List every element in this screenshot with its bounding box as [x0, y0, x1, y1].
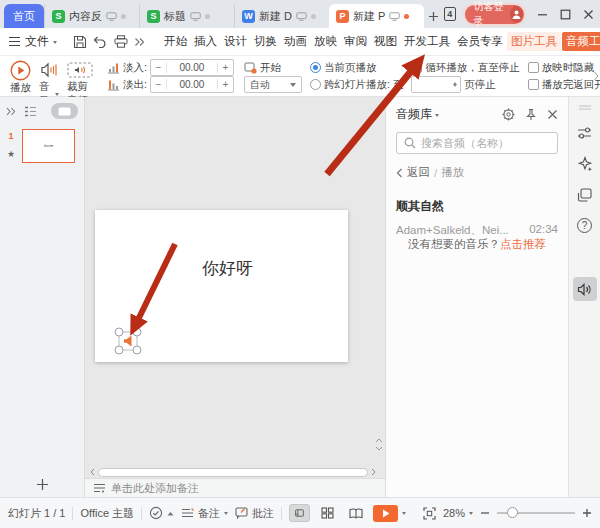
song-item[interactable]: 顺其自然 Adam+Salkeld、Nei... 02:34	[386, 186, 568, 238]
expand-panel-icon[interactable]	[6, 107, 16, 116]
slide-1-thumbnail[interactable]: 你好呀	[22, 129, 75, 163]
menu-item-audio-tools[interactable]: 音频工具	[562, 32, 600, 51]
checkbox-icon[interactable]	[528, 62, 539, 73]
audio-search-box[interactable]	[396, 132, 558, 154]
loop-playback-option[interactable]: 循环播放，直至停止	[411, 59, 520, 76]
audio-panel-toggle-active[interactable]	[573, 277, 597, 301]
duplicate-icon[interactable]	[577, 188, 592, 202]
caret-up-icon	[167, 511, 174, 516]
zoom-in-button[interactable]	[582, 508, 592, 518]
tab-home[interactable]: 首页	[4, 4, 44, 28]
guest-login-button[interactable]: 访客登录	[465, 5, 524, 24]
slide-canvas[interactable]: 你好呀	[85, 97, 385, 497]
close-panel-icon[interactable]	[547, 109, 558, 120]
help-icon[interactable]: ?	[577, 218, 592, 233]
checkbox-icon[interactable]	[411, 62, 422, 73]
increment-button[interactable]: +	[218, 62, 233, 73]
tab-doc-4-active[interactable]: P 新建 P	[329, 4, 424, 28]
outline-view-icon[interactable]	[24, 106, 37, 117]
panel-collapse-chevron[interactable]	[593, 56, 599, 96]
chevron-down-icon[interactable]	[435, 114, 439, 119]
zoom-level-button[interactable]: 28%	[443, 507, 473, 519]
back-icon[interactable]	[396, 168, 403, 178]
reading-view-button[interactable]	[345, 504, 366, 522]
radio-current-page[interactable]: 当前页播放	[310, 59, 403, 76]
play-audio-button[interactable]: 播放	[6, 58, 35, 94]
menu-item-animation[interactable]: 动画	[281, 32, 310, 51]
gear-icon[interactable]	[502, 108, 515, 121]
scrollbar-thumb[interactable]	[98, 468, 368, 477]
decrement-button[interactable]: −	[151, 62, 166, 73]
fade-in-value[interactable]: 00.00	[166, 62, 218, 73]
recommend-link[interactable]: 点击推荐	[500, 238, 546, 250]
close-button[interactable]	[583, 9, 594, 20]
menu-item-insert[interactable]: 插入	[191, 32, 220, 51]
menu-item-view[interactable]: 视图	[371, 32, 400, 51]
slide-text[interactable]: 你好呀	[202, 257, 253, 280]
menu-item-devtools[interactable]: 开发工具	[401, 32, 453, 51]
audio-object-selected[interactable]	[113, 326, 143, 358]
slide-sorter-view-button[interactable]	[317, 504, 338, 522]
trim-audio-button[interactable]: 裁剪音频	[63, 58, 97, 94]
checkbox-icon[interactable]	[528, 79, 539, 90]
fit-to-window-icon[interactable]	[423, 507, 436, 520]
slide-1[interactable]: 你好呀	[95, 210, 348, 362]
zoom-slider-handle[interactable]	[507, 507, 518, 518]
tab-doc-3[interactable]: W 新建 D	[234, 4, 329, 28]
theme-label[interactable]: Office 主题	[80, 506, 134, 521]
smart-effects-icon[interactable]	[577, 156, 593, 172]
radio-unselected-icon[interactable]	[310, 79, 321, 90]
slideshow-play-button[interactable]	[373, 505, 406, 522]
page-stop-stepper[interactable]	[411, 76, 461, 93]
print-button[interactable]	[114, 35, 128, 48]
menu-item-slideshow[interactable]: 放映	[311, 32, 340, 51]
comments-button[interactable]: 批注	[235, 506, 274, 521]
notes-bar[interactable]: 单击此处添加备注	[85, 478, 385, 497]
fade-out-value[interactable]: 00.00	[166, 79, 218, 90]
tab-doc-1[interactable]: S 内容反	[44, 4, 139, 28]
notes-button[interactable]: 备注	[181, 506, 228, 521]
vertical-scrollbar[interactable]	[374, 437, 384, 452]
file-menu[interactable]: 文件	[8, 33, 57, 50]
save-button[interactable]	[73, 35, 87, 49]
spellcheck-button[interactable]	[149, 506, 174, 520]
back-link[interactable]: 返回	[407, 165, 430, 180]
increment-button[interactable]: +	[218, 79, 233, 90]
start-mode-select[interactable]: 自动	[244, 76, 302, 93]
add-slide-button[interactable]	[0, 478, 84, 491]
undo-button[interactable]	[93, 35, 108, 48]
menu-item-start[interactable]: 开始	[161, 32, 190, 51]
more-tools-icon[interactable]	[134, 37, 145, 47]
new-tab-button[interactable]	[424, 4, 444, 28]
panel-title: 音频库	[396, 106, 432, 123]
menu-item-picture-tools[interactable]: 图片工具	[507, 32, 561, 51]
normal-view-button[interactable]	[289, 504, 310, 522]
menu-item-membership[interactable]: 会员专享	[454, 32, 506, 51]
decrement-button[interactable]: −	[151, 79, 166, 90]
maximize-button[interactable]	[560, 9, 571, 20]
tab-doc-2[interactable]: S 标题	[139, 4, 234, 28]
radio-across-slides[interactable]: 跨幻灯片播放: 至	[310, 76, 403, 93]
fade-out-stepper[interactable]: − 00.00 +	[150, 76, 234, 93]
zoom-out-button[interactable]	[480, 508, 490, 518]
rewind-after-play-option[interactable]: 播放完返回开头	[528, 76, 600, 93]
drag-handle-icon[interactable]	[578, 105, 592, 110]
horizontal-scrollbar[interactable]	[89, 466, 377, 478]
play-scope-group: 当前页播放 跨幻灯片播放: 至	[310, 58, 403, 94]
slide-counter: 幻灯片 1 / 1	[8, 506, 65, 521]
tab-status-dot	[404, 14, 409, 19]
hide-during-show-option[interactable]: 放映时隐藏	[528, 59, 600, 76]
menu-item-design[interactable]: 设计	[221, 32, 250, 51]
zoom-slider[interactable]	[497, 512, 575, 514]
thumbnail-view-toggle[interactable]	[51, 103, 78, 119]
properties-sliders-icon[interactable]	[577, 126, 592, 140]
volume-button[interactable]: 音量	[35, 58, 63, 94]
search-input[interactable]	[421, 137, 563, 149]
menu-item-transition[interactable]: 切换	[251, 32, 280, 51]
menu-item-review[interactable]: 审阅	[341, 32, 370, 51]
minimize-button[interactable]	[537, 9, 548, 20]
radio-selected-icon[interactable]	[310, 62, 321, 73]
window-count-badge[interactable]: 4	[444, 7, 456, 21]
fade-in-stepper[interactable]: − 00.00 +	[150, 59, 234, 76]
pin-icon[interactable]	[525, 108, 537, 121]
